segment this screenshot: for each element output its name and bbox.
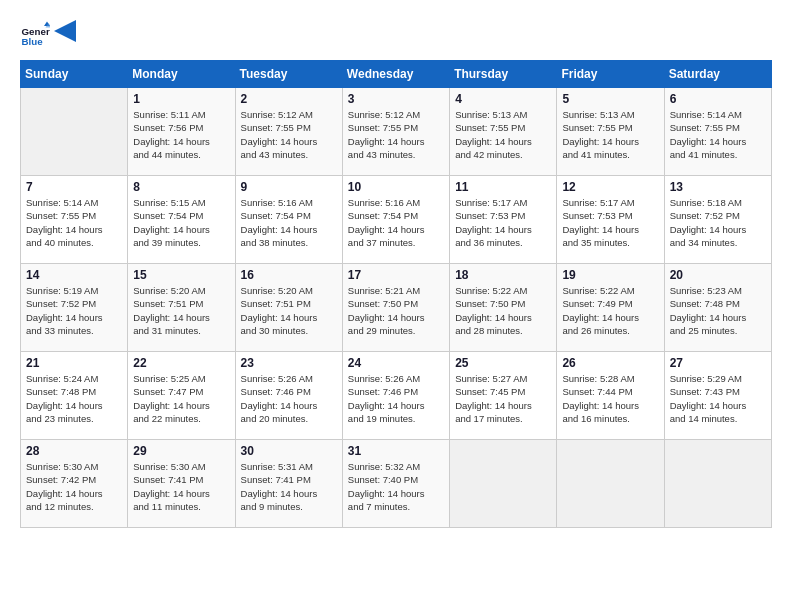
calendar-cell: 10Sunrise: 5:16 AM Sunset: 7:54 PM Dayli… xyxy=(342,176,449,264)
day-info: Sunrise: 5:16 AM Sunset: 7:54 PM Dayligh… xyxy=(348,196,444,249)
day-number: 13 xyxy=(670,180,766,194)
calendar-week-row: 7Sunrise: 5:14 AM Sunset: 7:55 PM Daylig… xyxy=(21,176,772,264)
header-friday: Friday xyxy=(557,61,664,88)
calendar-cell xyxy=(664,440,771,528)
day-info: Sunrise: 5:27 AM Sunset: 7:45 PM Dayligh… xyxy=(455,372,551,425)
day-number: 11 xyxy=(455,180,551,194)
day-info: Sunrise: 5:12 AM Sunset: 7:55 PM Dayligh… xyxy=(348,108,444,161)
day-info: Sunrise: 5:12 AM Sunset: 7:55 PM Dayligh… xyxy=(241,108,337,161)
day-info: Sunrise: 5:13 AM Sunset: 7:55 PM Dayligh… xyxy=(455,108,551,161)
header-tuesday: Tuesday xyxy=(235,61,342,88)
logo-arrow-icon xyxy=(54,20,76,42)
day-number: 16 xyxy=(241,268,337,282)
day-number: 12 xyxy=(562,180,658,194)
day-number: 21 xyxy=(26,356,122,370)
day-info: Sunrise: 5:16 AM Sunset: 7:54 PM Dayligh… xyxy=(241,196,337,249)
day-number: 31 xyxy=(348,444,444,458)
day-info: Sunrise: 5:22 AM Sunset: 7:49 PM Dayligh… xyxy=(562,284,658,337)
day-number: 8 xyxy=(133,180,229,194)
calendar-cell: 7Sunrise: 5:14 AM Sunset: 7:55 PM Daylig… xyxy=(21,176,128,264)
day-info: Sunrise: 5:14 AM Sunset: 7:55 PM Dayligh… xyxy=(26,196,122,249)
calendar-cell: 3Sunrise: 5:12 AM Sunset: 7:55 PM Daylig… xyxy=(342,88,449,176)
calendar-cell: 5Sunrise: 5:13 AM Sunset: 7:55 PM Daylig… xyxy=(557,88,664,176)
header-sunday: Sunday xyxy=(21,61,128,88)
header-monday: Monday xyxy=(128,61,235,88)
day-info: Sunrise: 5:20 AM Sunset: 7:51 PM Dayligh… xyxy=(133,284,229,337)
day-number: 22 xyxy=(133,356,229,370)
calendar-week-row: 28Sunrise: 5:30 AM Sunset: 7:42 PM Dayli… xyxy=(21,440,772,528)
calendar-cell: 14Sunrise: 5:19 AM Sunset: 7:52 PM Dayli… xyxy=(21,264,128,352)
calendar-week-row: 21Sunrise: 5:24 AM Sunset: 7:48 PM Dayli… xyxy=(21,352,772,440)
day-info: Sunrise: 5:15 AM Sunset: 7:54 PM Dayligh… xyxy=(133,196,229,249)
calendar-table: SundayMondayTuesdayWednesdayThursdayFrid… xyxy=(20,60,772,528)
day-info: Sunrise: 5:29 AM Sunset: 7:43 PM Dayligh… xyxy=(670,372,766,425)
calendar-cell: 30Sunrise: 5:31 AM Sunset: 7:41 PM Dayli… xyxy=(235,440,342,528)
calendar-cell xyxy=(21,88,128,176)
calendar-cell: 2Sunrise: 5:12 AM Sunset: 7:55 PM Daylig… xyxy=(235,88,342,176)
calendar-cell: 31Sunrise: 5:32 AM Sunset: 7:40 PM Dayli… xyxy=(342,440,449,528)
page-header: General Blue xyxy=(20,20,772,50)
calendar-cell: 26Sunrise: 5:28 AM Sunset: 7:44 PM Dayli… xyxy=(557,352,664,440)
calendar-cell: 12Sunrise: 5:17 AM Sunset: 7:53 PM Dayli… xyxy=(557,176,664,264)
calendar-cell: 16Sunrise: 5:20 AM Sunset: 7:51 PM Dayli… xyxy=(235,264,342,352)
day-number: 18 xyxy=(455,268,551,282)
calendar-header-row: SundayMondayTuesdayWednesdayThursdayFrid… xyxy=(21,61,772,88)
calendar-cell: 1Sunrise: 5:11 AM Sunset: 7:56 PM Daylig… xyxy=(128,88,235,176)
day-info: Sunrise: 5:19 AM Sunset: 7:52 PM Dayligh… xyxy=(26,284,122,337)
day-number: 3 xyxy=(348,92,444,106)
day-number: 9 xyxy=(241,180,337,194)
calendar-cell: 15Sunrise: 5:20 AM Sunset: 7:51 PM Dayli… xyxy=(128,264,235,352)
day-info: Sunrise: 5:30 AM Sunset: 7:41 PM Dayligh… xyxy=(133,460,229,513)
day-info: Sunrise: 5:23 AM Sunset: 7:48 PM Dayligh… xyxy=(670,284,766,337)
day-number: 19 xyxy=(562,268,658,282)
logo-icon: General Blue xyxy=(20,20,50,50)
day-number: 25 xyxy=(455,356,551,370)
calendar-cell: 27Sunrise: 5:29 AM Sunset: 7:43 PM Dayli… xyxy=(664,352,771,440)
day-number: 14 xyxy=(26,268,122,282)
calendar-cell: 20Sunrise: 5:23 AM Sunset: 7:48 PM Dayli… xyxy=(664,264,771,352)
day-number: 30 xyxy=(241,444,337,458)
day-info: Sunrise: 5:24 AM Sunset: 7:48 PM Dayligh… xyxy=(26,372,122,425)
calendar-cell: 21Sunrise: 5:24 AM Sunset: 7:48 PM Dayli… xyxy=(21,352,128,440)
calendar-cell: 17Sunrise: 5:21 AM Sunset: 7:50 PM Dayli… xyxy=(342,264,449,352)
calendar-cell: 18Sunrise: 5:22 AM Sunset: 7:50 PM Dayli… xyxy=(450,264,557,352)
header-thursday: Thursday xyxy=(450,61,557,88)
day-number: 1 xyxy=(133,92,229,106)
day-info: Sunrise: 5:11 AM Sunset: 7:56 PM Dayligh… xyxy=(133,108,229,161)
day-info: Sunrise: 5:31 AM Sunset: 7:41 PM Dayligh… xyxy=(241,460,337,513)
calendar-cell: 22Sunrise: 5:25 AM Sunset: 7:47 PM Dayli… xyxy=(128,352,235,440)
svg-marker-4 xyxy=(54,20,76,42)
calendar-cell: 24Sunrise: 5:26 AM Sunset: 7:46 PM Dayli… xyxy=(342,352,449,440)
day-number: 15 xyxy=(133,268,229,282)
calendar-cell xyxy=(557,440,664,528)
day-number: 7 xyxy=(26,180,122,194)
header-wednesday: Wednesday xyxy=(342,61,449,88)
calendar-cell: 23Sunrise: 5:26 AM Sunset: 7:46 PM Dayli… xyxy=(235,352,342,440)
calendar-cell xyxy=(450,440,557,528)
day-info: Sunrise: 5:17 AM Sunset: 7:53 PM Dayligh… xyxy=(455,196,551,249)
day-info: Sunrise: 5:26 AM Sunset: 7:46 PM Dayligh… xyxy=(348,372,444,425)
day-number: 6 xyxy=(670,92,766,106)
calendar-cell: 9Sunrise: 5:16 AM Sunset: 7:54 PM Daylig… xyxy=(235,176,342,264)
svg-text:Blue: Blue xyxy=(22,36,44,47)
calendar-cell: 29Sunrise: 5:30 AM Sunset: 7:41 PM Dayli… xyxy=(128,440,235,528)
calendar-cell: 6Sunrise: 5:14 AM Sunset: 7:55 PM Daylig… xyxy=(664,88,771,176)
day-info: Sunrise: 5:30 AM Sunset: 7:42 PM Dayligh… xyxy=(26,460,122,513)
calendar-week-row: 14Sunrise: 5:19 AM Sunset: 7:52 PM Dayli… xyxy=(21,264,772,352)
day-number: 28 xyxy=(26,444,122,458)
day-info: Sunrise: 5:26 AM Sunset: 7:46 PM Dayligh… xyxy=(241,372,337,425)
day-number: 24 xyxy=(348,356,444,370)
day-number: 5 xyxy=(562,92,658,106)
day-info: Sunrise: 5:14 AM Sunset: 7:55 PM Dayligh… xyxy=(670,108,766,161)
day-number: 20 xyxy=(670,268,766,282)
day-number: 4 xyxy=(455,92,551,106)
day-info: Sunrise: 5:28 AM Sunset: 7:44 PM Dayligh… xyxy=(562,372,658,425)
day-number: 29 xyxy=(133,444,229,458)
day-info: Sunrise: 5:21 AM Sunset: 7:50 PM Dayligh… xyxy=(348,284,444,337)
day-info: Sunrise: 5:22 AM Sunset: 7:50 PM Dayligh… xyxy=(455,284,551,337)
calendar-cell: 19Sunrise: 5:22 AM Sunset: 7:49 PM Dayli… xyxy=(557,264,664,352)
day-number: 2 xyxy=(241,92,337,106)
day-info: Sunrise: 5:20 AM Sunset: 7:51 PM Dayligh… xyxy=(241,284,337,337)
day-info: Sunrise: 5:25 AM Sunset: 7:47 PM Dayligh… xyxy=(133,372,229,425)
header-saturday: Saturday xyxy=(664,61,771,88)
